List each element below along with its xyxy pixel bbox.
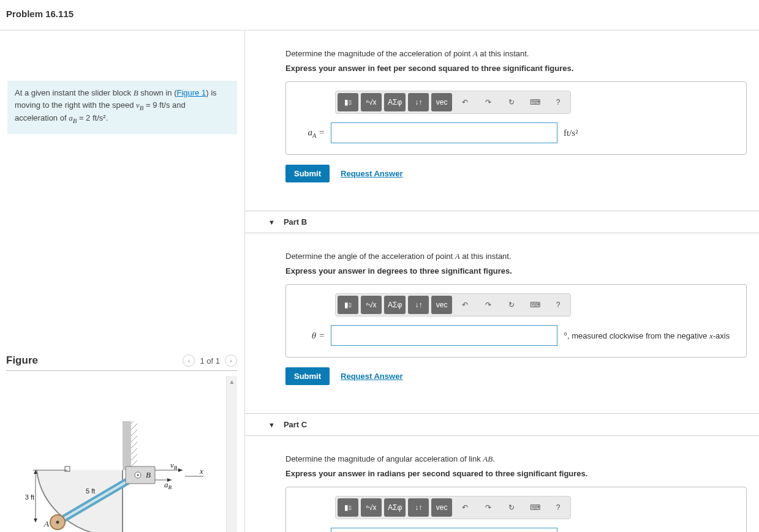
svg-text:A: A <box>43 519 49 528</box>
undo-button[interactable]: ↶ <box>455 93 475 111</box>
part-b-instruction: Express your answer in degrees to three … <box>285 266 747 275</box>
part-b-submit-button[interactable]: Submit <box>285 367 330 385</box>
part-a-request-answer-link[interactable]: Request Answer <box>341 169 402 178</box>
arrows-button[interactable]: ↓↑ <box>408 498 429 517</box>
figure-next-button[interactable]: › <box>225 354 237 367</box>
svg-line-7 <box>131 454 137 460</box>
part-c-input[interactable] <box>331 528 557 532</box>
right-panel: Determine the magnitude of the accelerat… <box>245 31 759 532</box>
help-button[interactable]: ? <box>548 498 568 517</box>
undo-button[interactable]: ↶ <box>455 296 475 314</box>
part-b-collapse-icon[interactable]: ▼ <box>268 219 275 226</box>
figure-heading: Figure <box>6 354 38 367</box>
figure-scrollbar[interactable]: ▲ ▼ <box>226 376 237 532</box>
vec-button[interactable]: vec <box>431 296 452 314</box>
greek-button[interactable]: ΑΣφ <box>384 498 406 517</box>
sqrt-button[interactable]: ⁿ√x <box>361 93 382 111</box>
svg-point-14 <box>137 474 139 476</box>
templates-button[interactable]: ▮▯ <box>338 93 358 111</box>
help-button[interactable]: ? <box>548 93 568 111</box>
figure-link[interactable]: Figure 1 <box>177 88 206 97</box>
reset-button[interactable]: ↻ <box>501 296 522 314</box>
part-c-instruction: Express your answer in radians per secon… <box>285 469 747 478</box>
part-a-input[interactable] <box>331 122 557 143</box>
svg-line-8 <box>131 460 137 466</box>
templates-button[interactable]: ▮▯ <box>338 296 358 314</box>
part-c-question: Determine the magnitude of angular accel… <box>285 454 747 464</box>
part-c-answer-box: ▮▯ ⁿ√x ΑΣφ ↓↑ vec ↶ ↷ ↻ ⌨ ? αAB = rad/s² <box>285 487 747 532</box>
page-header: Problem 16.115 <box>0 0 759 30</box>
problem-title: Problem 16.115 <box>6 9 747 19</box>
reset-button[interactable]: ↻ <box>501 498 522 517</box>
part-a-lhs: aA = <box>297 127 325 139</box>
part-a-question: Determine the magnitude of the accelerat… <box>285 49 747 59</box>
left-panel: At a given instant the slider block B sh… <box>0 31 245 532</box>
help-button[interactable]: ? <box>548 296 568 314</box>
part-c: Determine the magnitude of angular accel… <box>245 436 759 532</box>
svg-rect-0 <box>123 421 131 470</box>
problem-statement: At a given instant the slider block B sh… <box>7 81 237 134</box>
reset-button[interactable]: ↻ <box>501 93 522 111</box>
part-b-title: Part B <box>284 217 307 227</box>
svg-line-5 <box>131 442 137 448</box>
figure-divider <box>6 370 237 371</box>
svg-text:3 ft: 3 ft <box>25 493 34 501</box>
svg-text:B: B <box>146 470 151 479</box>
redo-button[interactable]: ↷ <box>478 93 499 111</box>
redo-button[interactable]: ↷ <box>478 498 499 517</box>
figure-prev-button[interactable]: ‹ <box>183 354 195 367</box>
svg-line-1 <box>131 421 137 424</box>
svg-line-6 <box>131 448 137 454</box>
part-b-request-answer-link[interactable]: Request Answer <box>341 372 402 381</box>
svg-marker-27 <box>178 468 183 472</box>
keyboard-button[interactable]: ⌨ <box>524 296 545 314</box>
svg-text:x: x <box>199 466 203 476</box>
redo-button[interactable]: ↷ <box>478 296 499 314</box>
figure-canvas: 3 ft 5 ft A B vB aB <box>6 376 226 532</box>
part-b-answer-box: ▮▯ ⁿ√x ΑΣφ ↓↑ vec ↶ ↷ ↻ ⌨ ? θ = °, measu… <box>285 284 747 358</box>
arrows-button[interactable]: ↓↑ <box>408 93 429 111</box>
part-c-collapse-icon[interactable]: ▼ <box>268 421 275 429</box>
svg-point-16 <box>56 521 59 524</box>
part-b-header: ▼ Part B <box>245 211 759 233</box>
figure-counter: 1 of 1 <box>200 356 220 365</box>
part-b: Determine the angle of the acceleration … <box>245 233 759 397</box>
part-c-title: Part C <box>284 420 307 429</box>
svg-line-2 <box>131 424 137 430</box>
part-b-units: °, measured clockwise from the negative … <box>564 331 730 341</box>
part-b-question: Determine the angle of the acceleration … <box>285 252 747 261</box>
greek-button[interactable]: ΑΣφ <box>384 93 406 111</box>
equation-toolbar: ▮▯ ⁿ√x ΑΣφ ↓↑ vec ↶ ↷ ↻ ⌨ ? <box>335 293 571 317</box>
figure-nav: ‹ 1 of 1 › <box>183 354 237 367</box>
svg-text:vB: vB <box>170 460 178 471</box>
arrows-button[interactable]: ↓↑ <box>408 296 429 314</box>
equation-toolbar: ▮▯ ⁿ√x ΑΣφ ↓↑ vec ↶ ↷ ↻ ⌨ ? <box>335 496 571 519</box>
part-a-units: ft/s² <box>564 128 578 138</box>
equation-toolbar: ▮▯ ⁿ√x ΑΣφ ↓↑ vec ↶ ↷ ↻ ⌨ ? <box>335 91 571 114</box>
svg-text:5 ft: 5 ft <box>86 487 95 495</box>
part-b-lhs: θ = <box>297 331 325 341</box>
templates-button[interactable]: ▮▯ <box>338 498 358 517</box>
part-a: Determine the magnitude of the accelerat… <box>245 31 759 195</box>
undo-button[interactable]: ↶ <box>455 498 475 517</box>
svg-line-3 <box>131 430 137 436</box>
keyboard-button[interactable]: ⌨ <box>524 498 545 517</box>
greek-button[interactable]: ΑΣφ <box>384 296 406 314</box>
scroll-up-icon[interactable]: ▲ <box>227 376 237 387</box>
part-a-submit-button[interactable]: Submit <box>285 165 330 182</box>
part-a-instruction: Express your answer in feet per second s… <box>285 64 747 73</box>
part-a-answer-box: ▮▯ ⁿ√x ΑΣφ ↓↑ vec ↶ ↷ ↻ ⌨ ? aA = ft/s² <box>285 81 747 155</box>
part-b-input[interactable] <box>331 325 557 346</box>
svg-line-4 <box>131 436 137 442</box>
svg-text:aB: aB <box>164 480 172 490</box>
vec-button[interactable]: vec <box>431 93 452 111</box>
vec-button[interactable]: vec <box>431 498 452 517</box>
part-c-header: ▼ Part C <box>245 413 759 436</box>
svg-marker-20 <box>34 519 37 522</box>
sqrt-button[interactable]: ⁿ√x <box>361 498 382 517</box>
keyboard-button[interactable]: ⌨ <box>524 93 545 111</box>
figure-svg: 3 ft 5 ft A B vB aB <box>6 421 208 532</box>
sqrt-button[interactable]: ⁿ√x <box>361 296 382 314</box>
